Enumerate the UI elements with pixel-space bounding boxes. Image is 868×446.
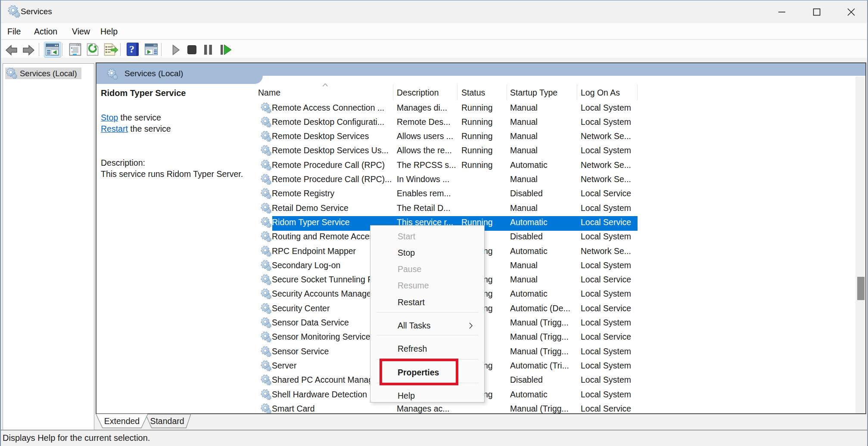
svg-text:Extended: Extended xyxy=(104,416,140,426)
svg-text:Standard: Standard xyxy=(150,416,184,426)
svg-text:?: ? xyxy=(129,43,134,55)
